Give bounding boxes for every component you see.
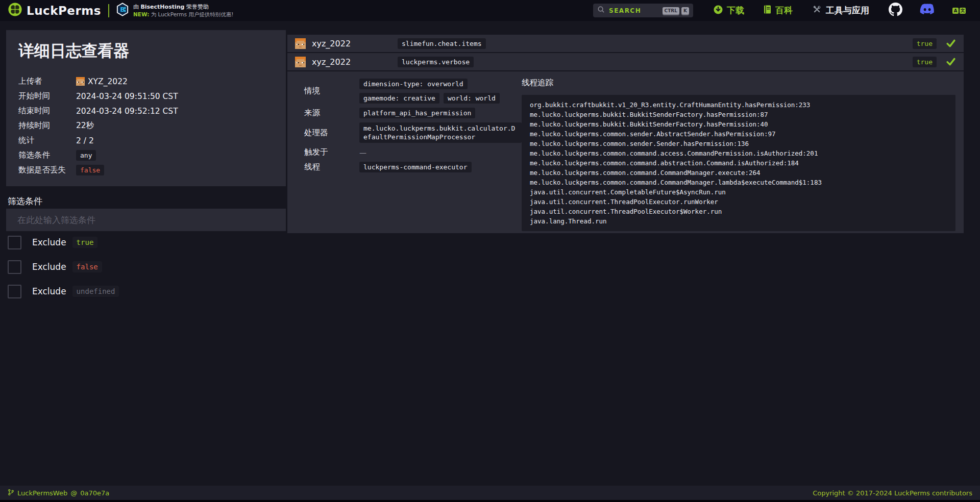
verbose-detail-panel: 情境 dimension-type: overworld gamemode: c…	[287, 71, 964, 233]
detail-fields: 情境 dimension-type: overworld gamemode: c…	[304, 79, 522, 226]
uploader-name: XYZ_2022	[88, 77, 128, 86]
trace-line: java.util.concurrent.ThreadPoolExecutor$…	[530, 207, 947, 216]
footer-repo-link[interactable]: LuckPermsWeb	[17, 489, 67, 497]
cause-label: 触发于	[304, 147, 328, 158]
language-switcher[interactable]: A 文	[952, 8, 966, 14]
github-link[interactable]	[889, 3, 902, 18]
context-badge: world: world	[444, 93, 500, 104]
uploader-avatar	[76, 77, 85, 86]
verbose-row-1[interactable]: xyz_2022 slimefun.cheat.items true	[287, 35, 964, 52]
exclude-false-checkbox[interactable]	[8, 260, 21, 274]
meta-row-count: 统计 2 / 2	[18, 133, 274, 148]
meta-row-truncated: 数据是否丢失 false	[18, 163, 274, 178]
trace-line: org.bukkit.craftbukkit.v1_20_R3.entity.C…	[530, 100, 947, 110]
truncated-badge: false	[76, 165, 104, 175]
brand-divider	[108, 4, 109, 17]
filter-input[interactable]	[6, 209, 286, 231]
sponsor-banner[interactable]: B 由 BisectHosting 荣誉赞助 NEW: 为 LuckPerms …	[116, 3, 234, 18]
verbose-row-2[interactable]: xyz_2022 luckperms.verbose true	[287, 53, 964, 70]
context-badge: gamemode: creative	[359, 93, 439, 104]
meta-row-filter: 筛选条件 any	[18, 148, 274, 163]
context-label: 情境	[304, 86, 320, 96]
origin-label: 来源	[304, 108, 320, 118]
ctrl-keycap: CTRL	[663, 7, 679, 14]
exclude-false-option[interactable]: Exclude false	[8, 260, 119, 274]
check-icon	[946, 38, 956, 48]
thread-label: 线程	[304, 162, 320, 172]
origin-badge: platform_api_has_permission	[359, 108, 475, 118]
footer-version: LuckPermsWeb @ 0a70e7a	[8, 489, 109, 497]
permission-badge: slimefun.cheat.items	[398, 38, 486, 49]
player-name: xyz_2022	[312, 39, 398, 48]
processor-label: 处理器	[304, 128, 328, 138]
exclude-undefined-checkbox[interactable]	[8, 285, 21, 298]
trace-heading: 线程追踪	[522, 78, 955, 88]
filter-mode-badge: any	[76, 150, 96, 161]
brand-title: LuckPerms	[27, 4, 101, 17]
trace-line: me.lucko.luckperms.bukkit.BukkitSenderFa…	[530, 119, 947, 129]
permission-badge: luckperms.verbose	[398, 57, 474, 67]
exclude-true-badge: true	[72, 237, 98, 248]
luckperms-logo-icon	[8, 3, 22, 18]
start-time-value: 2024-03-24 09:51:50 CST	[76, 92, 178, 101]
nav-download[interactable]: 下载	[714, 5, 744, 16]
top-navbar: LuckPerms B 由 BisectHosting 荣誉赞助 NEW: 为 …	[0, 0, 980, 21]
log-info-panel: 详细日志查看器 上传者 XYZ_2022 开始时间 2024-03-24 09:…	[6, 30, 286, 186]
trace-line: me.lucko.luckperms.common.command.access…	[530, 148, 947, 158]
discord-icon	[920, 4, 935, 17]
trace-section: 线程追踪 org.bukkit.craftbukkit.v1_20_R3.ent…	[522, 79, 955, 226]
github-icon	[889, 3, 902, 18]
trace-line: me.lucko.luckperms.common.command.abstra…	[530, 158, 947, 168]
cause-value: —	[359, 148, 366, 157]
bottom-strip	[0, 500, 980, 502]
result-value-badge: true	[913, 57, 937, 67]
exclude-true-checkbox[interactable]	[8, 236, 21, 249]
k-keycap: K	[681, 7, 689, 14]
trace-line: me.lucko.luckperms.bukkit.BukkitSenderFa…	[530, 110, 947, 119]
nav-download-label: 下载	[727, 5, 744, 16]
footer-commit-link[interactable]: 0a70e7a	[80, 489, 109, 497]
player-avatar	[295, 38, 306, 49]
discord-link[interactable]	[920, 4, 935, 17]
luckperms-verbose-viewer: LuckPerms B 由 BisectHosting 荣誉赞助 NEW: 为 …	[0, 0, 980, 502]
nav-tools[interactable]: 工具与应用	[812, 5, 869, 16]
download-icon	[714, 5, 723, 16]
result-value-badge: true	[913, 38, 937, 49]
end-time-value: 2024-03-24 09:52:12 CST	[76, 107, 178, 116]
trace-line: java.lang.Thread.run	[530, 216, 947, 226]
trace-line: me.lucko.luckperms.common.sender.Sender.…	[530, 139, 947, 148]
translate-icon: A 文	[952, 8, 966, 14]
nav-wiki[interactable]: 百科	[764, 5, 793, 16]
duration-value: 22秒	[76, 120, 94, 131]
search-shortcut: CTRL K	[663, 7, 689, 14]
nav-tools-label: 工具与应用	[826, 5, 869, 16]
trace-line: me.lucko.luckperms.common.command.Comman…	[530, 168, 947, 178]
meta-row-end-time: 结束时间 2024-03-24 09:52:12 CST	[18, 104, 274, 118]
bisecthosting-logo-icon: B	[116, 3, 129, 18]
filter-section-heading: 筛选条件	[8, 195, 42, 207]
exclude-true-option[interactable]: Exclude true	[8, 235, 119, 249]
exclude-undefined-badge: undefined	[72, 286, 119, 297]
trace-line: me.lucko.luckperms.common.command.Comman…	[530, 178, 947, 187]
footer: LuckPermsWeb @ 0a70e7a Copyright © 2017-…	[0, 486, 980, 500]
meta-row-start-time: 开始时间 2024-03-24 09:51:50 CST	[18, 89, 274, 104]
processor-badge: me.lucko.luckperms.bukkit.calculator.Def…	[359, 122, 522, 143]
player-avatar	[295, 57, 306, 67]
context-badge: dimension-type: overworld	[359, 79, 468, 89]
git-branch-icon	[8, 489, 14, 497]
exclude-undefined-option[interactable]: Exclude undefined	[8, 284, 119, 298]
trace-line: java.util.concurrent.ThreadPoolExecutor.…	[530, 197, 947, 207]
search-icon	[597, 6, 605, 15]
page-title: 详细日志查看器	[18, 40, 274, 62]
brand[interactable]: LuckPerms	[8, 3, 101, 18]
verbose-results: xyz_2022 slimefun.cheat.items true xyz_2…	[287, 35, 964, 233]
exclude-options: Exclude true Exclude false Exclude undef…	[8, 235, 119, 298]
nav-wiki-label: 百科	[775, 5, 793, 16]
trace-line: me.lucko.luckperms.common.sender.Abstrac…	[530, 129, 947, 139]
book-icon	[764, 5, 771, 16]
meta-row-duration: 持续时间 22秒	[18, 118, 274, 133]
footer-copyright: Copyright © 2017-2024 LuckPerms contribu…	[813, 489, 972, 497]
search-button[interactable]: SEARCH CTRL K	[593, 4, 693, 17]
thread-badge: luckperms-command-executor	[359, 162, 472, 172]
sponsor-text: 由 BisectHosting 荣誉赞助 NEW: 为 LuckPerms 用户…	[133, 4, 234, 17]
